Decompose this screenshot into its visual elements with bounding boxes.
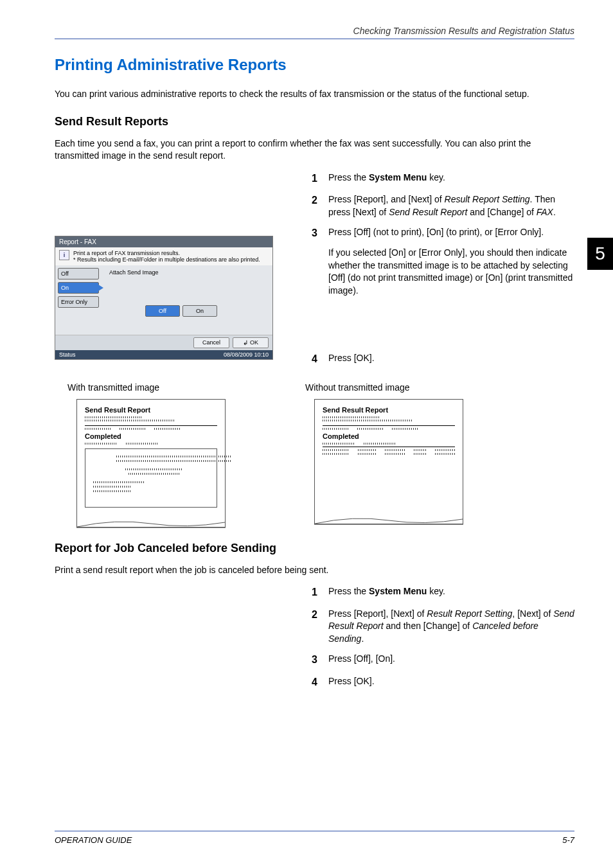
footer-left: OPERATION GUIDE <box>55 835 132 845</box>
step-text: Press [Off], [On]. <box>328 653 574 667</box>
steps-list: 1 Press the System Menu key. 2 Press [Re… <box>312 585 574 689</box>
section-paragraph: Each time you send a fax, you can print … <box>55 137 574 163</box>
page-title: Printing Administrative Reports <box>55 56 574 74</box>
step-number: 3 <box>312 653 328 667</box>
image-thumbnail <box>85 448 217 508</box>
step-item: 4 Press [OK]. <box>312 675 574 689</box>
sample-with-image: Send Result Report Completed <box>76 399 226 527</box>
step-item: 1 Press the System Menu key. <box>312 172 574 186</box>
breadcrumb: Checking Transmission Results and Regist… <box>353 26 574 36</box>
step-text: Press [Report], [Next] of Result Report … <box>328 608 574 646</box>
option-on[interactable]: On <box>58 282 99 294</box>
report-status: Completed <box>85 432 217 440</box>
step-item: 2 Press [Report], [Next] of Result Repor… <box>312 608 574 646</box>
step-number: 2 <box>312 193 328 218</box>
step-item: 3 Press [Off] (not to print), [On] (to p… <box>312 226 574 297</box>
step-item: 1 Press the System Menu key. <box>312 585 574 599</box>
status-datetime: 08/08/2009 10:10 <box>224 351 269 358</box>
panel-info-line2: * Results including E-mail/Folder in mul… <box>73 256 260 263</box>
step-number: 1 <box>312 172 328 186</box>
step-number: 1 <box>312 585 328 599</box>
intro-paragraph: You can print various administrative rep… <box>55 88 574 101</box>
option-error-only[interactable]: Error Only <box>58 296 99 308</box>
cancel-label: Cancel <box>202 339 220 346</box>
footer-right: 5-7 <box>562 835 574 845</box>
step-item: 4 Press [OK]. <box>312 352 574 366</box>
attach-label: Attach Send Image <box>109 269 267 276</box>
chapter-tab: 5 <box>587 238 613 270</box>
cancel-button[interactable]: Cancel <box>193 337 229 348</box>
panel-info: i Print a report of FAX transmission res… <box>55 247 272 265</box>
status-label: Status <box>59 351 76 358</box>
step-text: Press the System Menu key. <box>328 172 574 186</box>
attach-on[interactable]: On <box>182 305 217 317</box>
step-text: Press [Report], and [Next] of Result Rep… <box>328 193 574 218</box>
panel-info-line1: Print a report of FAX transmission resul… <box>73 250 260 256</box>
step-aftertext: If you selected [On] or [Error Only], yo… <box>328 247 573 296</box>
step-item: 2 Press [Report], and [Next] of Result R… <box>312 193 574 218</box>
report-status: Completed <box>323 432 455 440</box>
step-text: Press [OK]. <box>328 675 574 689</box>
section-paragraph: Print a send result report when the job … <box>55 564 574 577</box>
step-number: 4 <box>312 352 328 366</box>
report-title: Send Result Report <box>323 406 455 414</box>
option-off[interactable]: Off <box>58 268 99 279</box>
sample-without-image: Send Result Report Completed <box>314 399 463 524</box>
sample-caption: Without transmitted image <box>305 382 466 393</box>
step-text: Press the System Menu key. <box>328 585 574 599</box>
step-number: 4 <box>312 675 328 689</box>
panel-title: Report - FAX <box>55 236 272 247</box>
device-panel: Report - FAX i Print a report of FAX tra… <box>55 236 273 360</box>
enter-icon: ↲ <box>243 339 248 346</box>
sample-caption: With transmitted image <box>67 382 228 393</box>
step-item: 3 Press [Off], [On]. <box>312 653 574 667</box>
section-heading: Report for Job Canceled before Sending <box>55 542 574 555</box>
step-text: Press [Off] (not to print), [On] (to pri… <box>328 226 574 297</box>
step-number: 3 <box>312 226 328 297</box>
step-number: 2 <box>312 608 328 646</box>
info-icon: i <box>59 250 69 260</box>
steps-list: 1 Press the System Menu key. 2 Press [Re… <box>312 172 574 367</box>
page-header: Checking Transmission Results and Regist… <box>55 26 574 39</box>
section-heading: Send Result Reports <box>55 115 574 128</box>
report-title: Send Result Report <box>85 406 217 414</box>
page-footer: OPERATION GUIDE 5-7 <box>55 831 574 845</box>
attach-off[interactable]: Off <box>145 305 180 317</box>
step-text: Press [OK]. <box>328 352 574 366</box>
ok-button[interactable]: ↲OK <box>233 337 269 348</box>
ok-label: OK <box>250 339 258 346</box>
